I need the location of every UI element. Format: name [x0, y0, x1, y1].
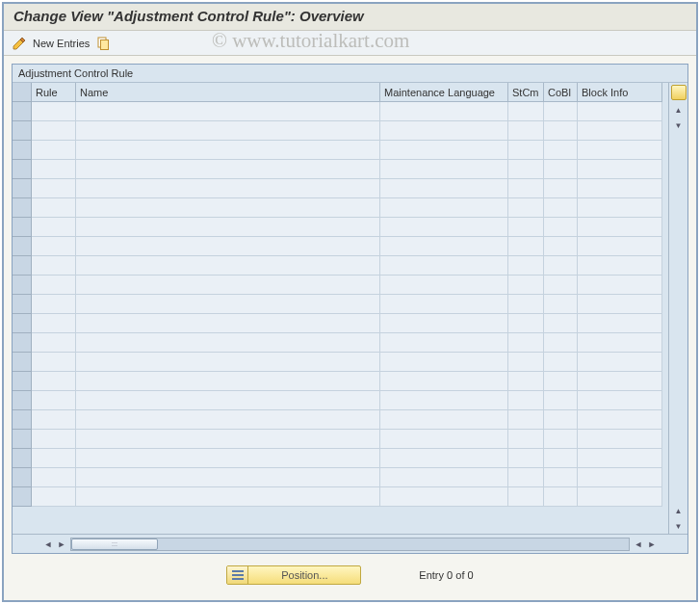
grid-cell[interactable]	[76, 449, 380, 468]
grid-cell[interactable]	[544, 198, 578, 218]
grid-cell[interactable]	[544, 487, 578, 507]
grid-cell[interactable]	[544, 449, 578, 468]
scroll-down-button-2[interactable]: ▼	[672, 519, 686, 533]
grid-cell[interactable]	[76, 295, 380, 314]
grid-cell[interactable]	[76, 314, 380, 333]
grid-cell[interactable]	[380, 121, 508, 141]
row-selector[interactable]	[13, 121, 32, 141]
edit-icon[interactable]	[12, 36, 27, 51]
grid-cell[interactable]	[544, 468, 578, 487]
row-selector[interactable]	[13, 391, 32, 410]
row-selector[interactable]	[13, 160, 32, 179]
row-selector[interactable]	[13, 314, 32, 333]
grid-cell[interactable]	[76, 160, 380, 179]
grid-cell[interactable]	[578, 487, 662, 507]
grid-cell[interactable]	[380, 198, 508, 218]
grid-cell[interactable]	[76, 430, 380, 449]
grid-cell[interactable]	[578, 410, 662, 430]
scroll-up-button[interactable]: ▲	[672, 103, 686, 117]
hscroll-right-1[interactable]: ►	[55, 538, 68, 551]
grid-cell[interactable]	[544, 391, 578, 410]
table-row[interactable]	[13, 256, 668, 276]
grid-cell[interactable]	[508, 487, 544, 507]
table-row[interactable]	[13, 372, 668, 391]
grid-cell[interactable]	[578, 198, 662, 218]
new-entries-button[interactable]: New Entries	[33, 38, 90, 49]
grid-cell[interactable]	[76, 218, 380, 237]
grid-cell[interactable]	[32, 314, 76, 333]
grid-cell[interactable]	[578, 179, 662, 198]
grid-cell[interactable]	[32, 410, 76, 430]
grid-cell[interactable]	[76, 102, 380, 121]
row-selector[interactable]	[13, 487, 32, 507]
hscroll-thumb[interactable]: :::	[71, 538, 158, 550]
select-all-cell[interactable]	[13, 83, 32, 102]
grid-cell[interactable]	[578, 102, 662, 121]
grid-cell[interactable]	[32, 141, 76, 160]
grid-cell[interactable]	[508, 121, 544, 141]
row-selector[interactable]	[13, 102, 32, 121]
grid-cell[interactable]	[380, 372, 508, 391]
grid-cell[interactable]	[508, 391, 544, 410]
grid-cell[interactable]	[76, 353, 380, 372]
table-row[interactable]	[13, 353, 668, 372]
table-row[interactable]	[13, 410, 668, 430]
grid-cell[interactable]	[508, 449, 544, 468]
hscroll-track[interactable]: :::	[70, 538, 630, 551]
row-selector[interactable]	[13, 198, 32, 218]
scroll-down-button[interactable]: ▼	[672, 118, 686, 132]
grid-cell[interactable]	[32, 218, 76, 237]
grid-cell[interactable]	[32, 179, 76, 198]
grid-cell[interactable]	[578, 218, 662, 237]
grid-cell[interactable]	[380, 468, 508, 487]
table-row[interactable]	[13, 141, 668, 160]
table-row[interactable]	[13, 218, 668, 237]
row-selector[interactable]	[13, 141, 32, 160]
grid-cell[interactable]	[508, 256, 544, 276]
grid-cell[interactable]	[32, 430, 76, 449]
grid-cell[interactable]	[508, 198, 544, 218]
table-row[interactable]	[13, 160, 668, 179]
position-button[interactable]: Position...	[226, 565, 361, 585]
table-row[interactable]	[13, 468, 668, 487]
table-row[interactable]	[13, 314, 668, 333]
grid-cell[interactable]	[508, 295, 544, 314]
grid-cell[interactable]	[380, 295, 508, 314]
grid-cell[interactable]	[76, 256, 380, 276]
grid-cell[interactable]	[380, 237, 508, 256]
grid-cell[interactable]	[76, 121, 380, 141]
col-header-rule[interactable]: Rule	[32, 83, 76, 102]
table-row[interactable]	[13, 121, 668, 141]
grid-cell[interactable]	[578, 468, 662, 487]
grid-cell[interactable]	[32, 198, 76, 218]
grid-cell[interactable]	[544, 430, 578, 449]
grid-cell[interactable]	[32, 449, 76, 468]
hscroll-left-2[interactable]: ◄	[632, 538, 645, 551]
grid-cell[interactable]	[544, 256, 578, 276]
grid-cell[interactable]	[380, 102, 508, 121]
grid-cell[interactable]	[380, 391, 508, 410]
grid-cell[interactable]	[544, 237, 578, 256]
grid-cell[interactable]	[508, 218, 544, 237]
grid-cell[interactable]	[380, 487, 508, 507]
grid-cell[interactable]	[32, 353, 76, 372]
row-selector[interactable]	[13, 353, 32, 372]
grid-cell[interactable]	[578, 314, 662, 333]
grid-cell[interactable]	[578, 430, 662, 449]
table-row[interactable]	[13, 276, 668, 295]
grid-cell[interactable]	[508, 430, 544, 449]
grid-cell[interactable]	[76, 391, 380, 410]
grid-cell[interactable]	[508, 353, 544, 372]
col-header-stcm[interactable]: StCm	[508, 83, 544, 102]
grid-cell[interactable]	[544, 160, 578, 179]
grid-cell[interactable]	[508, 333, 544, 353]
row-selector[interactable]	[13, 333, 32, 353]
hscroll-left-1[interactable]: ◄	[41, 538, 55, 551]
grid-cell[interactable]	[578, 391, 662, 410]
grid-cell[interactable]	[32, 160, 76, 179]
grid-cell[interactable]	[32, 372, 76, 391]
grid-cell[interactable]	[578, 295, 662, 314]
grid-cell[interactable]	[76, 410, 380, 430]
grid-cell[interactable]	[32, 276, 76, 295]
grid-cell[interactable]	[578, 276, 662, 295]
